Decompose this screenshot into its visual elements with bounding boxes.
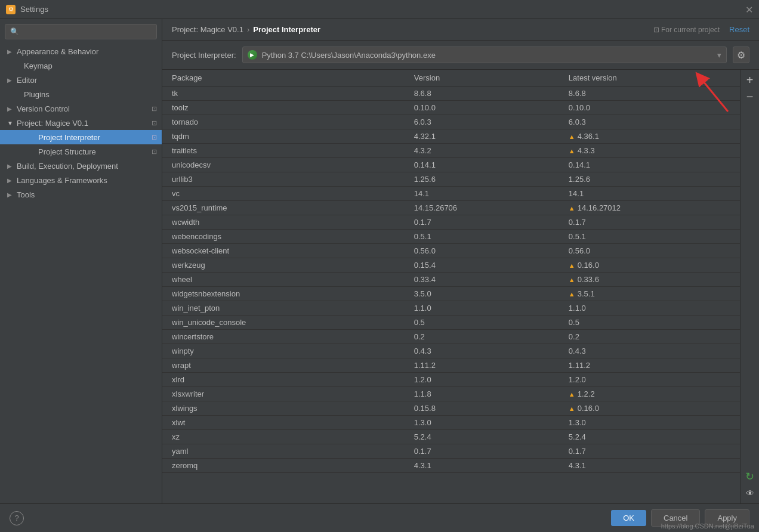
package-version: 4.3.2: [407, 144, 561, 158]
breadcrumb-arrow: ›: [247, 25, 249, 34]
table-row[interactable]: tk8.6.88.6.8: [162, 86, 740, 101]
table-row[interactable]: vs2015_runtime14.15.26706▲14.16.27012: [162, 201, 740, 215]
sidebar-item-project-interpreter[interactable]: ▶ Project Interpreter ⊡: [0, 130, 162, 144]
update-available: ▲14.16.27012: [569, 203, 733, 212]
package-version: 1.25.6: [407, 172, 561, 187]
eye-button[interactable]: 👁: [742, 485, 758, 501]
package-name: xlrd: [162, 373, 407, 387]
table-row[interactable]: vc14.114.1: [162, 187, 740, 201]
sidebar-item-label: Plugins: [24, 90, 50, 99]
package-latest: ▲3.5.1: [561, 287, 740, 301]
bottom-bar: ? OK Cancel Apply: [0, 503, 759, 532]
package-version: 0.5: [407, 316, 561, 330]
table-row[interactable]: zeromq4.3.14.3.1: [162, 459, 740, 473]
table-row[interactable]: wrapt1.11.21.11.2: [162, 358, 740, 373]
interpreter-dropdown[interactable]: ▶ Python 3.7 C:\Users\Jason\Anaconda3\py…: [242, 47, 727, 63]
package-latest: 1.11.2: [561, 358, 740, 373]
search-box[interactable]: 🔍: [5, 24, 157, 39]
sidebar-item-keymap[interactable]: ▶ Keymap: [0, 58, 162, 73]
sidebar-item-project[interactable]: ▼ Project: Magice V0.1 ⊡: [0, 116, 162, 130]
sidebar-item-appearance[interactable]: ▶ Appearance & Behavior: [0, 44, 162, 58]
python-icon: ▶: [248, 50, 257, 60]
package-name: win_inet_pton: [162, 301, 407, 316]
interpreter-value: Python 3.7 C:\Users\Jason\Anaconda3\pyth…: [262, 51, 715, 60]
vc-icon: ⊡: [152, 105, 157, 113]
package-name: xz: [162, 430, 407, 444]
table-row[interactable]: widgetsnbextension3.5.0▲3.5.1: [162, 287, 740, 301]
table-row[interactable]: tornado6.0.36.0.3: [162, 115, 740, 129]
breadcrumb-current: Project Interpreter: [253, 25, 320, 34]
table-row[interactable]: websocket-client0.56.00.56.0: [162, 244, 740, 258]
package-name: vs2015_runtime: [162, 201, 407, 215]
add-package-button[interactable]: +: [742, 72, 758, 88]
table-row[interactable]: xz5.2.45.2.4: [162, 430, 740, 444]
package-latest: ▲0.33.6: [561, 273, 740, 287]
table-row[interactable]: unicodecsv0.14.10.14.1: [162, 158, 740, 172]
package-version: 8.6.8: [407, 86, 561, 101]
table-row[interactable]: urllib31.25.61.25.6: [162, 172, 740, 187]
table-row[interactable]: webencodings0.5.10.5.1: [162, 230, 740, 244]
table-row[interactable]: toolz0.10.00.10.0: [162, 101, 740, 115]
table-row[interactable]: win_inet_pton1.1.01.1.0: [162, 301, 740, 316]
package-name: wrapt: [162, 358, 407, 373]
sidebar-item-project-structure[interactable]: ▶ Project Structure ⊡: [0, 144, 162, 159]
package-name: urllib3: [162, 172, 407, 187]
package-version: 0.33.4: [407, 273, 561, 287]
package-latest: ▲4.36.1: [561, 129, 740, 144]
remove-package-button[interactable]: −: [742, 89, 758, 104]
update-arrow-icon: ▲: [569, 133, 575, 140]
package-latest: 0.4.3: [561, 344, 740, 358]
sidebar-item-plugins[interactable]: ▶ Plugins: [0, 87, 162, 101]
package-latest: 4.3.1: [561, 459, 740, 473]
table-row[interactable]: werkzeug0.15.4▲0.16.0: [162, 258, 740, 273]
package-name: widgetsnbextension: [162, 287, 407, 301]
sidebar-item-label: Editor: [17, 76, 37, 85]
sidebar-item-version-control[interactable]: ▶ Version Control ⊡: [0, 101, 162, 116]
table-row[interactable]: win_unicode_console0.50.5: [162, 316, 740, 330]
table-row[interactable]: wincertstore0.20.2: [162, 330, 740, 344]
expand-arrow-tools: ▶: [7, 191, 14, 198]
package-name: xlwings: [162, 401, 407, 416]
table-wrapper[interactable]: Package Version Latest version tk8.6.88.…: [162, 70, 740, 503]
table-row[interactable]: yaml0.1.70.1.7: [162, 444, 740, 459]
package-latest: 0.2: [561, 330, 740, 344]
table-row[interactable]: traitlets4.3.2▲4.3.3: [162, 144, 740, 158]
table-row[interactable]: wheel0.33.4▲0.33.6: [162, 273, 740, 287]
ok-button[interactable]: OK: [611, 510, 646, 526]
for-current-project: ⊡ For current project: [653, 26, 720, 34]
package-version: 5.2.4: [407, 430, 561, 444]
package-version: 0.15.4: [407, 258, 561, 273]
table-row[interactable]: wcwidth0.1.70.1.7: [162, 215, 740, 230]
package-name: zeromq: [162, 459, 407, 473]
update-arrow-icon: ▲: [569, 290, 575, 298]
package-name: wcwidth: [162, 215, 407, 230]
table-row[interactable]: winpty0.4.30.4.3: [162, 344, 740, 358]
search-input[interactable]: [23, 27, 152, 36]
package-version: 1.1.8: [407, 387, 561, 401]
table-row[interactable]: xlrd1.2.01.2.0: [162, 373, 740, 387]
close-button[interactable]: ✕: [745, 4, 753, 15]
sidebar-item-languages[interactable]: ▶ Languages & Frameworks: [0, 173, 162, 187]
breadcrumb-right: ⊡ For current project Reset: [653, 25, 749, 34]
package-name: traitlets: [162, 144, 407, 158]
package-latest: ▲14.16.27012: [561, 201, 740, 215]
sidebar-item-build[interactable]: ▶ Build, Execution, Deployment: [0, 159, 162, 173]
package-version: 4.3.1: [407, 459, 561, 473]
sidebar-item-editor[interactable]: ▶ Editor: [0, 73, 162, 87]
expand-arrow-project: ▼: [7, 120, 14, 126]
expand-arrow-appearance: ▶: [7, 48, 14, 55]
sidebar-item-tools[interactable]: ▶ Tools: [0, 187, 162, 202]
table-row[interactable]: xlsxwriter1.1.8▲1.2.2: [162, 387, 740, 401]
refresh-button[interactable]: ↻: [742, 469, 758, 484]
package-latest: ▲1.2.2: [561, 387, 740, 401]
table-row[interactable]: xlwings0.15.8▲0.16.0: [162, 401, 740, 416]
expand-arrow-vc: ▶: [7, 106, 14, 112]
table-row[interactable]: xlwt1.3.01.3.0: [162, 416, 740, 430]
package-table-container: Package Version Latest version tk8.6.88.…: [162, 70, 759, 503]
breadcrumb-project: Project: Magice V0.1: [172, 25, 243, 34]
table-row[interactable]: tqdm4.32.1▲4.36.1: [162, 129, 740, 144]
package-version: 0.5.1: [407, 230, 561, 244]
help-button[interactable]: ?: [10, 511, 24, 525]
reset-link[interactable]: Reset: [729, 25, 749, 34]
interpreter-settings-button[interactable]: ⚙: [733, 47, 749, 63]
